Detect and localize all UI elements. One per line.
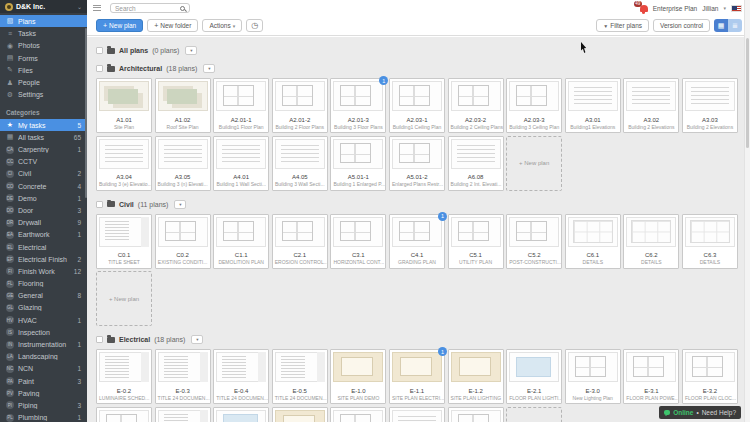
need-help-link[interactable]: Need Help? xyxy=(702,409,736,416)
plan-card[interactable] xyxy=(389,407,445,422)
plan-card-a2-03-2[interactable]: A2.03-2Building 2 Ceiling Plans xyxy=(448,78,504,133)
plan-card-e-3-2[interactable]: E-3.2FLOOR PLAN CLOC... xyxy=(682,349,738,404)
plan-card-c5-2[interactable]: C5.2POST-CONSTRUCTI... xyxy=(506,214,562,269)
plan-card-e-1-1[interactable]: 1E-1.1SITE PLAN ELECTRI... xyxy=(389,349,445,404)
notifications-button[interactable]: 49 xyxy=(636,3,648,13)
category-item-all-tasks[interactable]: ▦All tasks65 xyxy=(0,131,87,143)
plan-card-e-1-2[interactable]: E-1.2SITE PLAN LIGHTING xyxy=(448,349,504,404)
category-item-plumbing[interactable]: PLPlumbing1 xyxy=(0,412,87,422)
menu-icon[interactable] xyxy=(93,5,101,11)
plan-card[interactable] xyxy=(155,407,211,422)
plan-card-c1-1[interactable]: C1.1DEMOLITION PLAN xyxy=(213,214,269,269)
category-item-cctv[interactable]: CCCCTV xyxy=(0,156,87,168)
filter-plans-button[interactable]: ▼ Filter plans xyxy=(596,19,649,32)
plan-card-c2-1[interactable]: C2.1EROSION CONTROL... xyxy=(272,214,328,269)
category-item-drywall[interactable]: DRDrywall9 xyxy=(0,217,87,229)
sidebar-item-photos[interactable]: ◉Photos xyxy=(0,40,87,52)
help-widget[interactable]: Online • Need Help? xyxy=(659,406,741,419)
plan-card-e-1-0[interactable]: E-1.0SITE PLAN DEMO xyxy=(330,349,386,404)
section-checkbox[interactable] xyxy=(96,65,103,72)
plan-card-c4-1[interactable]: 1C4.1GRADING PLAN xyxy=(389,214,445,269)
category-item-earthwork[interactable]: EAEarthwork1 xyxy=(0,229,87,241)
category-item-ncn[interactable]: NCNCN1 xyxy=(0,363,87,375)
plan-card-a3-02[interactable]: A3.02Building 2 Elevations xyxy=(623,78,679,133)
plan-card-a2-01-3[interactable]: 1A2.01-3Building 3 Floor Plans xyxy=(330,78,386,133)
plan-card-a2-01-1[interactable]: A2.01-1Building1 Floor Plan xyxy=(213,78,269,133)
plan-card-c6-1[interactable]: C6.1DETAILS xyxy=(565,214,621,269)
sidebar-item-files[interactable]: ✎Files xyxy=(0,64,87,76)
category-item-general[interactable]: GEGeneral8 xyxy=(0,290,87,302)
category-item-electrical-finish[interactable]: EFElectrical Finish2 xyxy=(0,253,87,265)
plan-card[interactable] xyxy=(96,407,152,422)
section-menu-button[interactable]: ▾ xyxy=(191,335,203,344)
plan-card-a2-03-1[interactable]: A2.03-1Building1 Ceiling Plan xyxy=(389,78,445,133)
plan-card-a3-01[interactable]: A3.01Building1 Elevations xyxy=(565,78,621,133)
section-checkbox[interactable] xyxy=(96,47,103,54)
plan-card-e-3-1[interactable]: E-3.1FLOOR PLAN POWE... xyxy=(623,349,679,404)
version-control-button[interactable]: Version control xyxy=(653,19,710,32)
plan-card-c6-3[interactable]: C6.3DETAILS xyxy=(682,214,738,269)
category-item-paint[interactable]: PAPaint3 xyxy=(0,375,87,387)
language-flag-icon[interactable] xyxy=(731,5,742,12)
category-item-electrical[interactable]: ELElectrical xyxy=(0,241,87,253)
sidebar-item-settings[interactable]: ⚙Settings xyxy=(0,89,87,101)
category-item-concrete[interactable]: COConcrete4 xyxy=(0,180,87,192)
plan-card-a2-03-3[interactable]: A2.03-3Building 3 Ceiling Plan xyxy=(506,78,562,133)
vertical-scrollbar[interactable] xyxy=(744,0,750,422)
scrollbar-thumb[interactable] xyxy=(746,38,749,148)
plan-card-e-3-0[interactable]: E-3.0New Lighting Plan xyxy=(565,349,621,404)
plan-card-e-0-3[interactable]: E-0.3TITLE 24 DOCUMEN... xyxy=(155,349,211,404)
sidebar-item-plans[interactable]: ▧Plans xyxy=(0,15,87,27)
sidebar-item-people[interactable]: ♟People xyxy=(0,76,87,88)
new-folder-button[interactable]: + New folder xyxy=(147,19,198,32)
plan-card-c3-1[interactable]: C3.1HORIZONTAL CONT... xyxy=(330,214,386,269)
plan-card-e-0-4[interactable]: E-0.4TITLE 24 DOCUMEN... xyxy=(213,349,269,404)
category-item-door[interactable]: DODoor3 xyxy=(0,204,87,216)
grid-view-button[interactable]: ▦ xyxy=(714,19,728,32)
plan-card-c0-2[interactable]: C0.2EXISTING CONDITI... xyxy=(155,214,211,269)
plan-card-a4-05[interactable]: A4.05Building 3 Wall Secti... xyxy=(272,136,328,191)
plan-card[interactable] xyxy=(272,407,328,422)
plan-card-a3-03[interactable]: A3.03Building 2 Elevations xyxy=(682,78,738,133)
list-view-button[interactable]: ≣ xyxy=(728,19,742,32)
category-item-my-tasks[interactable]: ★My tasks5 xyxy=(0,119,87,131)
plan-card-a5-01-2[interactable]: A5.01-2Enlarged Plans Restr... xyxy=(389,136,445,191)
plan-card[interactable] xyxy=(448,407,504,422)
search-input[interactable] xyxy=(115,5,180,12)
plan-card-a3-04[interactable]: A3.04Building 3 (e) Elevatio... xyxy=(96,136,152,191)
plan-card-c5-1[interactable]: C5.1UTILITY PLAN xyxy=(448,214,504,269)
plan-card-a1-01[interactable]: A1.01Site Plan xyxy=(96,78,152,133)
section-menu-button[interactable]: ▾ xyxy=(185,46,197,55)
category-item-landscaping[interactable]: LALandscaping xyxy=(0,351,87,363)
plan-card-a4-01[interactable]: A4.01Building 1 Wall Secti... xyxy=(213,136,269,191)
new-plan-button[interactable]: + New plan xyxy=(96,19,143,32)
plan-card-c0-1[interactable]: C0.1TITLE SHEET xyxy=(96,214,152,269)
plan-card-a2-01-2[interactable]: A2.01-2Building 2 Floor Plans xyxy=(272,78,328,133)
org-switcher[interactable]: D&K Inc. ⌄ xyxy=(0,0,87,13)
plan-card-e-0-5[interactable]: E-0.5TITLE 24 DOCUMEN... xyxy=(272,349,328,404)
plan-card-a5-01-1[interactable]: A5.01-1Building 1 Enlarged P... xyxy=(330,136,386,191)
plan-card-e-0-2[interactable]: E-0.2LUMINAIRE SCHED... xyxy=(96,349,152,404)
category-item-piping[interactable]: PIPiping3 xyxy=(0,399,87,411)
plan-card-a6-08[interactable]: A6.08Building 2 Int. Elevati... xyxy=(448,136,504,191)
category-item-demo[interactable]: DEDemo1 xyxy=(0,192,87,204)
plan-card-c6-2[interactable]: C6.2DETAILS xyxy=(623,214,679,269)
section-checkbox[interactable] xyxy=(96,336,103,343)
actions-button[interactable]: Actions ▾ xyxy=(202,19,242,32)
category-item-flooring[interactable]: FLFlooring xyxy=(0,278,87,290)
category-item-glazing[interactable]: GLGlazing xyxy=(0,302,87,314)
sidebar-item-forms[interactable]: ▤Forms xyxy=(0,52,87,64)
sidebar-item-tasks[interactable]: ≡Tasks xyxy=(0,27,87,39)
category-item-instrumentation[interactable]: INInstrumentation1 xyxy=(0,338,87,350)
section-checkbox[interactable] xyxy=(96,201,103,208)
new-plan-tile[interactable]: + New plan xyxy=(96,271,152,326)
plan-card[interactable] xyxy=(213,407,269,422)
section-menu-button[interactable]: ▾ xyxy=(203,64,215,73)
history-button[interactable]: ◷ xyxy=(246,19,263,32)
user-menu[interactable]: Jillian xyxy=(702,5,718,12)
category-item-carpentry[interactable]: CACarpentry1 xyxy=(0,143,87,155)
plan-card-a3-05[interactable]: A3.05Building 3 (n) Elevati... xyxy=(155,136,211,191)
new-plan-tile[interactable]: + New plan xyxy=(506,136,562,191)
search-box[interactable] xyxy=(110,3,190,13)
plan-card-e-2-1[interactable]: E-2.1FLOOR PLAN LIGHTI... xyxy=(506,349,562,404)
